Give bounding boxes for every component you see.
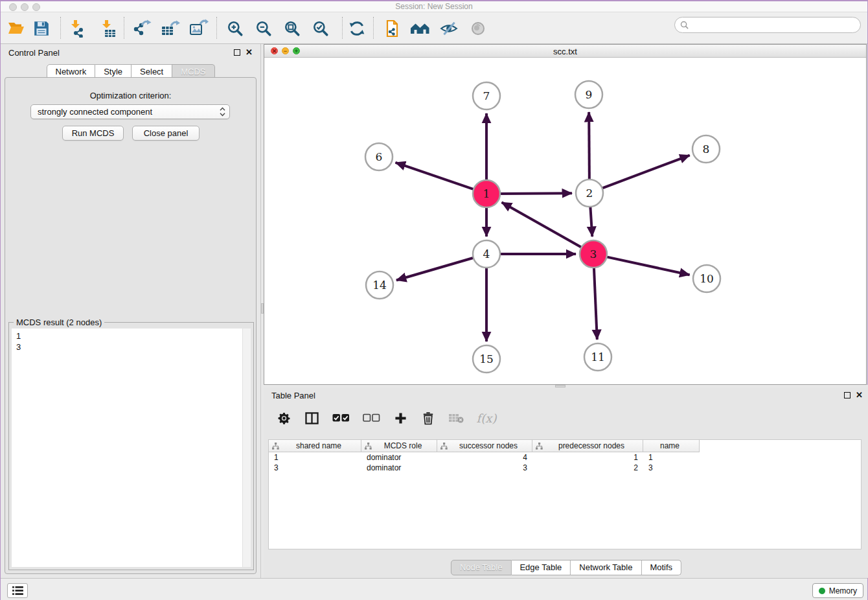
mcds-result-groupbox: MCDS result (2 nodes) 1 3 xyxy=(8,322,254,570)
table-options-gear-icon[interactable] xyxy=(275,409,292,427)
svg-text:15: 15 xyxy=(479,352,494,365)
export-image-icon[interactable] xyxy=(188,18,209,39)
network-canvas[interactable]: 7968124314101511 xyxy=(264,58,866,384)
network-window-titlebar[interactable]: ✕ − + scc.txt xyxy=(264,45,866,58)
save-session-icon[interactable] xyxy=(31,18,52,39)
table-cell[interactable]: 1 xyxy=(532,453,643,462)
toggle-column-panel-icon[interactable] xyxy=(303,409,320,427)
tab-edge-table[interactable]: Edge Table xyxy=(511,560,571,575)
table-panel-close-button[interactable]: ✕ xyxy=(856,391,863,400)
table-row[interactable]: 3dominator323 xyxy=(269,463,861,473)
right-pane: ✕ − + scc.txt 7968124314101511 Table Pan… xyxy=(264,44,868,578)
node-table[interactable]: shared nameMCDS rolesuccessor nodesprede… xyxy=(268,439,862,549)
tab-network-table[interactable]: Network Table xyxy=(571,560,641,575)
table-cell[interactable]: 3 xyxy=(643,463,700,472)
graph-node-15[interactable]: 15 xyxy=(473,345,500,373)
mcds-result-scrollbar[interactable] xyxy=(242,329,251,567)
table-cell[interactable]: 3 xyxy=(269,463,361,472)
control-panel-float-button[interactable] xyxy=(234,49,240,56)
clone-network-icon[interactable] xyxy=(382,18,402,39)
graph-node-1[interactable]: 1 xyxy=(473,180,500,207)
graph-edge-1-2[interactable] xyxy=(497,193,572,194)
zoom-fit-icon[interactable] xyxy=(282,18,303,39)
graph-edge-2-3[interactable] xyxy=(590,204,592,237)
hide-eye-icon[interactable] xyxy=(439,18,459,39)
column-header-successor-nodes[interactable]: successor nodes xyxy=(437,440,532,452)
import-network-icon[interactable] xyxy=(67,18,87,39)
deselect-all-icon[interactable] xyxy=(361,409,381,427)
graph-node-9[interactable]: 9 xyxy=(575,81,602,108)
graph-node-8[interactable]: 8 xyxy=(692,135,720,163)
import-table-icon[interactable] xyxy=(98,18,119,39)
refresh-icon[interactable] xyxy=(347,18,367,39)
table-panel-float-button[interactable] xyxy=(844,392,851,398)
table-toolbar: f(x) xyxy=(269,406,497,430)
table-panel: Table Panel ✕ xyxy=(264,387,868,578)
control-panel-header: Control Panel ✕ xyxy=(1,47,260,59)
tab-motifs[interactable]: Motifs xyxy=(641,560,681,575)
delete-table-icon-disabled xyxy=(448,409,464,427)
run-mcds-button[interactable]: Run MCDS xyxy=(62,126,124,141)
mcds-result-textarea[interactable]: 1 3 xyxy=(12,329,251,567)
zoom-in-icon[interactable] xyxy=(225,18,246,39)
main-toolbar xyxy=(1,12,867,44)
show-eye-disabled-icon xyxy=(468,18,488,39)
svg-text:1: 1 xyxy=(483,187,490,200)
column-header-MCDS-role[interactable]: MCDS role xyxy=(361,440,437,452)
graph-edge-2-8[interactable] xyxy=(600,156,690,189)
window-title: Session: New Session xyxy=(1,2,867,11)
criterion-dropdown[interactable]: strongly connected component xyxy=(30,104,230,119)
mcds-result-text: 1 3 xyxy=(12,329,242,567)
global-search[interactable] xyxy=(674,17,861,33)
column-header-shared-name[interactable]: shared name xyxy=(269,440,361,452)
graph-edge-2-9[interactable] xyxy=(589,112,589,182)
network-graph[interactable]: 7968124314101511 xyxy=(264,58,866,384)
add-column-plus-icon[interactable] xyxy=(392,409,409,427)
column-header-name[interactable]: name xyxy=(643,440,700,452)
table-cell[interactable]: 3 xyxy=(437,463,532,472)
graph-edge-3-10[interactable] xyxy=(604,257,690,275)
memory-status-dot xyxy=(819,588,825,594)
application-window: Session: New Session xyxy=(0,0,868,600)
graph-node-11[interactable]: 11 xyxy=(584,343,611,371)
table-cell[interactable]: 1 xyxy=(643,453,700,462)
close-panel-button[interactable]: Close panel xyxy=(132,126,200,141)
table-cell[interactable]: dominator xyxy=(361,463,437,472)
svg-text:6: 6 xyxy=(376,150,383,163)
column-header-predecessor-nodes[interactable]: predecessor nodes xyxy=(532,440,643,452)
content-area: Control Panel ✕ NetworkStyleSelectMCDS O… xyxy=(1,44,868,578)
graph-edge-3-11[interactable] xyxy=(594,265,597,340)
delete-trash-icon[interactable] xyxy=(420,409,437,427)
graph-edge-4-14[interactable] xyxy=(396,257,476,281)
node-table-body: 1dominator4113dominator323 xyxy=(269,452,861,473)
tab-node-table[interactable]: Node Table xyxy=(451,560,512,575)
graph-node-10[interactable]: 10 xyxy=(693,265,720,292)
main-titlebar: Session: New Session xyxy=(1,1,867,12)
table-cell[interactable]: 2 xyxy=(532,463,643,472)
zoom-selected-icon[interactable] xyxy=(310,18,331,39)
task-history-button[interactable] xyxy=(7,583,28,598)
graph-node-6[interactable]: 6 xyxy=(365,143,393,170)
table-cell[interactable]: 1 xyxy=(269,453,361,462)
memory-button[interactable]: Memory xyxy=(812,583,863,598)
graph-edge-3-1[interactable] xyxy=(502,202,584,248)
mcds-result-title: MCDS result (2 nodes) xyxy=(14,317,104,327)
graph-node-2[interactable]: 2 xyxy=(576,179,603,207)
graph-node-4[interactable]: 4 xyxy=(473,240,500,268)
graph-node-14[interactable]: 14 xyxy=(366,271,393,299)
graph-node-3[interactable]: 3 xyxy=(580,240,607,268)
control-panel-close-button[interactable]: ✕ xyxy=(246,48,253,57)
home-icon[interactable] xyxy=(410,18,431,39)
table-cell[interactable]: 4 xyxy=(437,453,532,462)
global-search-input[interactable] xyxy=(692,21,855,30)
select-all-icon[interactable] xyxy=(331,409,350,427)
svg-text:2: 2 xyxy=(586,187,593,200)
export-network-icon[interactable] xyxy=(131,18,152,39)
table-row[interactable]: 1dominator411 xyxy=(269,452,861,463)
table-cell[interactable]: dominator xyxy=(361,453,437,462)
graph-edge-1-6[interactable] xyxy=(396,163,476,190)
export-table-icon[interactable] xyxy=(160,18,181,39)
graph-node-7[interactable]: 7 xyxy=(473,82,500,110)
zoom-out-icon[interactable] xyxy=(253,18,274,39)
open-session-icon[interactable] xyxy=(6,18,27,39)
